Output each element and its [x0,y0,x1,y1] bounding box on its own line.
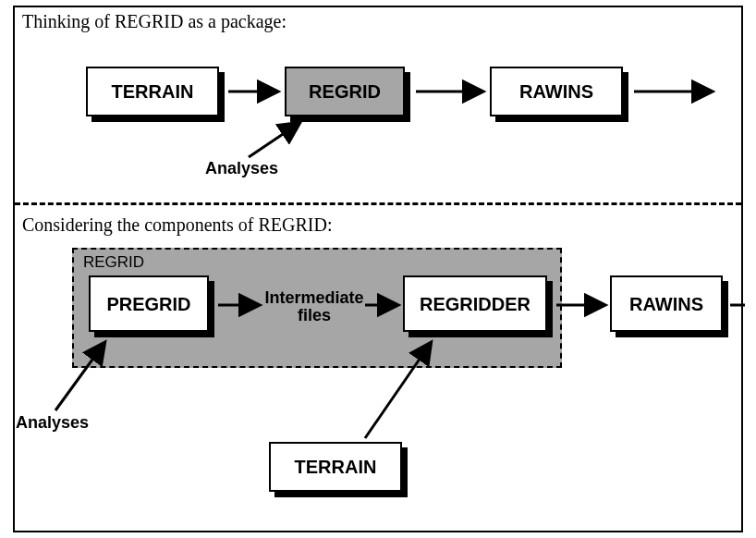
box-pregrid-label: PREGRID [89,275,209,332]
label-analyses-top: Analyses [205,160,278,177]
section-separator [15,202,741,205]
box-pregrid: PREGRID [89,275,209,332]
box-regridder-label: REGRIDDER [403,275,547,332]
box-terrain-top-label: TERRAIN [86,67,219,116]
box-rawins-bottom-label: RAWINS [610,275,723,332]
box-terrain-top: TERRAIN [86,67,219,116]
box-terrain-bottom-label: TERRAIN [269,442,402,492]
regrid-container-title: REGRID [83,253,144,272]
box-regrid-top: REGRID [285,67,405,116]
diagram-canvas: Thinking of REGRID as a package: TERRAIN… [0,0,756,538]
box-rawins-top-label: RAWINS [490,67,623,116]
label-analyses-bottom: Analyses [16,414,89,432]
caption-top: Thinking of REGRID as a package: [22,11,287,32]
caption-bottom: Considering the components of REGRID: [22,214,333,236]
box-terrain-bottom: TERRAIN [269,442,402,492]
box-regridder: REGRIDDER [403,275,547,332]
label-intermediate-files: Intermediate files [250,289,379,324]
box-regrid-top-label: REGRID [285,67,405,116]
box-rawins-top: RAWINS [490,67,623,116]
box-rawins-bottom: RAWINS [610,275,723,332]
